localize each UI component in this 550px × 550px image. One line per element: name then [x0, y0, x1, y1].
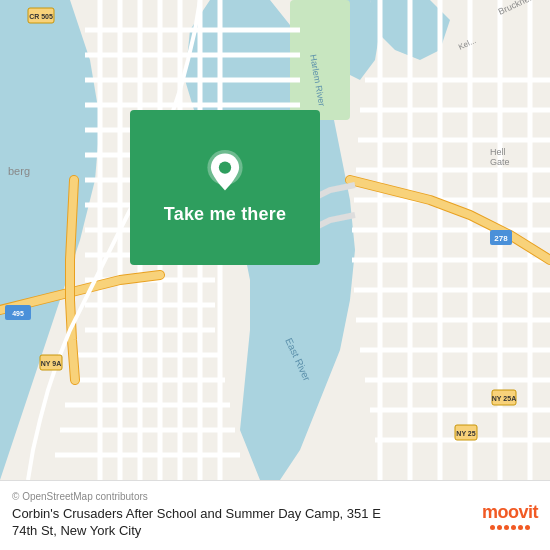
info-left: © OpenStreetMap contributors Corbin's Cr… [12, 491, 472, 540]
moovit-dot-3 [504, 525, 509, 530]
moovit-dot-5 [518, 525, 523, 530]
svg-point-72 [219, 161, 231, 173]
svg-text:berg: berg [8, 165, 30, 177]
svg-text:278: 278 [494, 234, 508, 243]
moovit-dot-4 [511, 525, 516, 530]
location-name: Corbin's Crusaders After School and Summ… [12, 506, 392, 540]
svg-text:NY 25: NY 25 [456, 430, 475, 437]
svg-text:NY 9A: NY 9A [41, 360, 62, 367]
svg-text:495: 495 [12, 310, 24, 317]
take-me-there-button[interactable]: Take me there [130, 110, 320, 265]
moovit-logo: moovit [482, 502, 538, 530]
svg-text:Hell: Hell [490, 147, 506, 157]
info-bar: © OpenStreetMap contributors Corbin's Cr… [0, 480, 550, 550]
location-pin-icon [203, 150, 247, 194]
moovit-dot-1 [490, 525, 495, 530]
moovit-dot-6 [525, 525, 530, 530]
map-container: 278 I NY 25 NY 25A CR 505 NY 9A 495 Bruc… [0, 0, 550, 480]
moovit-dot-2 [497, 525, 502, 530]
moovit-brand-text: moovit [482, 502, 538, 523]
moovit-dots [490, 525, 530, 530]
take-me-there-label: Take me there [164, 204, 286, 225]
svg-text:CR 505: CR 505 [29, 13, 53, 20]
svg-text:Gate: Gate [490, 157, 510, 167]
copyright-text: © OpenStreetMap contributors [12, 491, 472, 502]
svg-text:NY 25A: NY 25A [492, 395, 516, 402]
